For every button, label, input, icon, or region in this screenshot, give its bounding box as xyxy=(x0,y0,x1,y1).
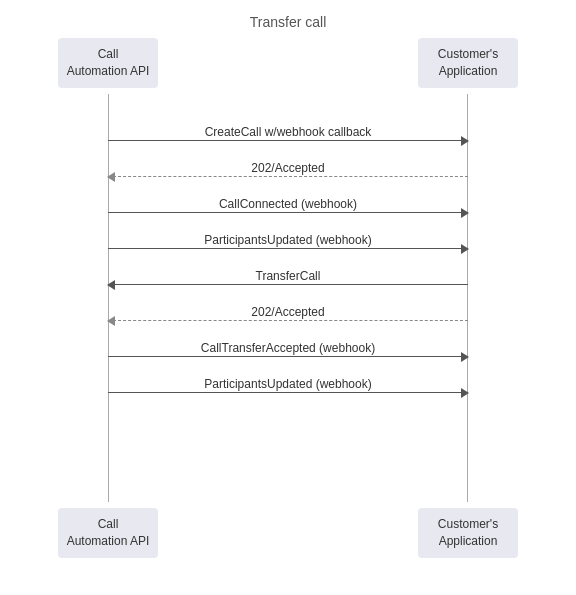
arrow-participants-2-label: ParticipantsUpdated (webhook) xyxy=(108,377,468,391)
arrow-202-1-line xyxy=(108,176,468,177)
actor-right-bottom: Customer'sApplication xyxy=(418,508,518,558)
arrow-202-2-label: 202/Accepted xyxy=(108,305,468,319)
arrow-calltransfer: CallTransferAccepted (webhook) xyxy=(108,336,468,360)
arrow-participants-1: ParticipantsUpdated (webhook) xyxy=(108,228,468,252)
arrow-202-1-label: 202/Accepted xyxy=(108,161,468,175)
actor-left-top: CallAutomation API xyxy=(58,38,158,88)
arrow-participants-1-line xyxy=(108,248,468,249)
arrow-calltransfer-label: CallTransferAccepted (webhook) xyxy=(108,341,468,355)
arrow-createcall-label: CreateCall w/webhook callback xyxy=(108,125,468,139)
arrow-participants-2: ParticipantsUpdated (webhook) xyxy=(108,372,468,396)
arrow-callconnected-label: CallConnected (webhook) xyxy=(108,197,468,211)
arrow-callconnected: CallConnected (webhook) xyxy=(108,192,468,216)
arrow-202-1: 202/Accepted xyxy=(108,156,468,180)
arrow-participants-2-line xyxy=(108,392,468,393)
actor-right-top: Customer'sApplication xyxy=(418,38,518,88)
arrow-transfercall-label: TransferCall xyxy=(108,269,468,283)
arrow-callconnected-line xyxy=(108,212,468,213)
arrow-202-2: 202/Accepted xyxy=(108,300,468,324)
arrow-calltransfer-line xyxy=(108,356,468,357)
diagram-container: Transfer call CallAutomation API Custome… xyxy=(0,0,576,595)
diagram-title: Transfer call xyxy=(0,0,576,30)
arrow-createcall: CreateCall w/webhook callback xyxy=(108,120,468,144)
arrow-createcall-line xyxy=(108,140,468,141)
actor-left-bottom: CallAutomation API xyxy=(58,508,158,558)
arrow-transfercall-line xyxy=(108,284,468,285)
diagram-body: CallAutomation API Customer'sApplication… xyxy=(38,38,538,568)
arrow-202-2-line xyxy=(108,320,468,321)
arrow-transfercall: TransferCall xyxy=(108,264,468,288)
arrow-participants-1-label: ParticipantsUpdated (webhook) xyxy=(108,233,468,247)
